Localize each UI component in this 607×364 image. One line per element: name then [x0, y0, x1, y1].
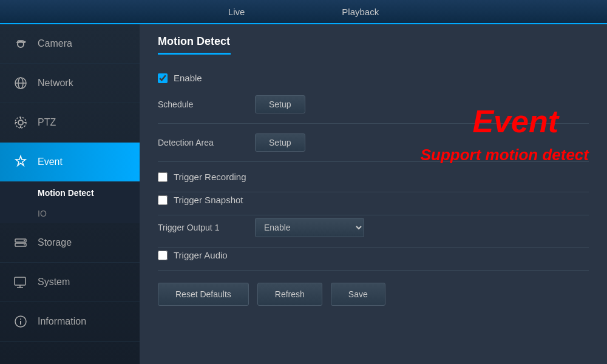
sidebar-item-information[interactable]: Information [0, 302, 140, 342]
sidebar-item-event[interactable]: Event [0, 143, 140, 182]
trigger-recording-label: Trigger Recording [174, 172, 246, 182]
trigger-output1-row: Trigger Output 1 Enable Disable [158, 218, 589, 248]
sidebar-item-information-label: Information [38, 316, 86, 327]
page-title: Motion Detect [158, 35, 589, 48]
svg-point-14 [24, 244, 25, 246]
schedule-setup-button[interactable]: Setup [255, 95, 305, 113]
trigger-audio-checkbox[interactable] [158, 251, 168, 260]
trigger-audio-label: Trigger Audio [174, 250, 228, 260]
enable-label: Enable [174, 73, 202, 83]
sidebar-item-network-label: Network [38, 78, 73, 89]
detection-area-setup-button[interactable]: Setup [255, 133, 305, 152]
content-header: Motion Detect [140, 24, 607, 55]
sidebar-item-camera-label: Camera [38, 38, 72, 49]
trigger-snapshot-checkbox[interactable] [158, 195, 168, 205]
detection-area-label: Detection Area [158, 138, 255, 147]
sidebar-item-system[interactable]: System [0, 263, 140, 302]
sidebar-item-event-label: Event [38, 157, 63, 167]
sidebar-sub-io[interactable]: IO [0, 204, 140, 223]
sidebar-item-system-label: System [38, 277, 70, 288]
sidebar: Camera Network [0, 24, 140, 364]
sidebar-sub-motion-detect[interactable]: Motion Detect [0, 182, 140, 204]
trigger-audio-row: Trigger Audio [158, 250, 589, 271]
annotation-support: Support motion detect [421, 146, 589, 164]
trigger-snapshot-row: Trigger Snapshot [158, 195, 589, 215]
save-button[interactable]: Save [331, 283, 385, 306]
nav-live[interactable]: Live [216, 4, 257, 20]
svg-point-1 [24, 41, 26, 43]
event-icon [12, 153, 29, 170]
enable-row: Enable [158, 73, 589, 83]
svg-point-5 [18, 120, 23, 125]
nav-playback[interactable]: Playback [330, 4, 391, 20]
annotation-event: Event [472, 103, 558, 140]
sidebar-item-network[interactable]: Network [0, 64, 140, 103]
refresh-button[interactable]: Refresh [257, 283, 322, 306]
svg-rect-15 [15, 277, 25, 285]
info-icon [12, 313, 29, 330]
system-icon [12, 274, 29, 291]
sidebar-item-camera[interactable]: Camera [0, 24, 140, 64]
svg-point-13 [24, 240, 25, 241]
trigger-recording-checkbox[interactable] [158, 172, 168, 182]
trigger-recording-row: Trigger Recording [158, 172, 589, 192]
reset-defaults-button[interactable]: Reset Defaults [158, 283, 249, 306]
title-underline [158, 53, 231, 55]
action-buttons-row: Reset Defaults Refresh Save [158, 283, 589, 306]
sidebar-sub-io-label: IO [38, 209, 47, 218]
storage-icon [12, 234, 29, 251]
sidebar-item-storage-label: Storage [38, 237, 72, 248]
sidebar-item-ptz[interactable]: PTZ [0, 103, 140, 143]
sidebar-sub-motion-detect-label: Motion Detect [38, 188, 94, 198]
main-layout: Camera Network [0, 24, 607, 364]
schedule-label: Schedule [158, 99, 255, 109]
ptz-icon [12, 114, 29, 131]
sidebar-item-storage[interactable]: Storage [0, 223, 140, 263]
top-navigation: Live Playback [0, 0, 607, 24]
sidebar-item-ptz-label: PTZ [38, 117, 56, 128]
content-area: Event Support motion detect Motion Detec… [140, 24, 607, 364]
enable-checkbox[interactable] [158, 73, 168, 83]
trigger-output1-select[interactable]: Enable Disable [255, 218, 364, 237]
svg-point-20 [20, 318, 21, 320]
trigger-snapshot-label: Trigger Snapshot [174, 195, 243, 205]
camera-icon [12, 35, 29, 52]
network-icon [12, 75, 29, 92]
trigger-output1-label: Trigger Output 1 [158, 223, 255, 232]
